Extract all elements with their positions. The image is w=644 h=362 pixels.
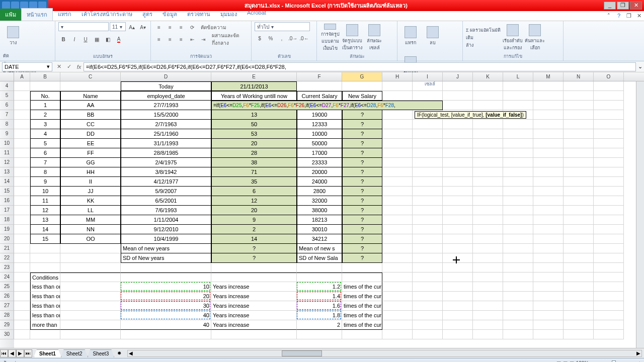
- cell-C29[interactable]: [60, 320, 121, 330]
- cell-D23[interactable]: [121, 263, 211, 273]
- cell-B25[interactable]: less than or equal: [30, 282, 60, 292]
- cell-D15[interactable]: 5/9/2007: [121, 187, 211, 196]
- cell-H16[interactable]: [382, 196, 413, 206]
- currency-icon[interactable]: $: [255, 33, 265, 43]
- cell-L17[interactable]: [503, 206, 533, 215]
- cell-D4[interactable]: Today: [121, 81, 211, 91]
- cell-O30[interactable]: [594, 330, 624, 339]
- cell-M17[interactable]: [533, 206, 564, 215]
- cell-F10[interactable]: 50000: [297, 139, 342, 148]
- cell-G17[interactable]: ?: [342, 206, 382, 215]
- cell-D20[interactable]: 10/4/1999: [121, 234, 211, 244]
- name-box[interactable]: DATE▾: [2, 62, 52, 71]
- cell-N6[interactable]: [564, 101, 594, 110]
- cell-N24[interactable]: [564, 273, 594, 282]
- number-format-select[interactable]: ทั่วไป▾: [255, 22, 310, 31]
- cell-H22[interactable]: [382, 253, 413, 263]
- cell-L24[interactable]: [503, 273, 533, 282]
- cell-J10[interactable]: [443, 139, 473, 148]
- cell-H14[interactable]: [382, 177, 413, 187]
- align-bot-icon[interactable]: ≡: [176, 22, 186, 32]
- tab-nav-next-icon[interactable]: ▶: [16, 349, 24, 357]
- cell-O27[interactable]: [594, 301, 624, 311]
- cell-M25[interactable]: [533, 282, 564, 292]
- cell-L18[interactable]: [503, 215, 533, 225]
- cell-C12[interactable]: GG: [60, 158, 121, 167]
- help-icon[interactable]: ?: [614, 11, 624, 21]
- col-header-E[interactable]: E: [211, 72, 297, 81]
- cell-G7[interactable]: ?: [342, 110, 382, 120]
- cell-I15[interactable]: [413, 187, 443, 196]
- ribbon-tab-ตรวจทาน[interactable]: ตรวจทาน: [182, 8, 215, 21]
- cell-I28[interactable]: [413, 311, 443, 320]
- cell-D16[interactable]: 6/5/2001: [121, 196, 211, 206]
- cell-I20[interactable]: [413, 234, 443, 244]
- cell-F18[interactable]: 18213: [297, 215, 342, 225]
- cell-N9[interactable]: [564, 129, 594, 139]
- col-header-N[interactable]: N: [564, 72, 594, 81]
- cell-K26[interactable]: [473, 292, 503, 301]
- cell-M20[interactable]: [533, 234, 564, 244]
- cell-C25[interactable]: [60, 282, 121, 292]
- row-header-7[interactable]: 7: [0, 110, 14, 120]
- expand-formula-icon[interactable]: ⌄: [636, 63, 644, 70]
- cell-N26[interactable]: [564, 292, 594, 301]
- cell-I18[interactable]: [413, 215, 443, 225]
- cell-M19[interactable]: [533, 225, 564, 234]
- cell-G13[interactable]: ?: [342, 167, 382, 177]
- cell-M13[interactable]: [533, 167, 564, 177]
- sheet-tab-Sheet1[interactable]: Sheet1: [34, 349, 61, 357]
- cell-C28[interactable]: [60, 311, 121, 320]
- cell-N14[interactable]: [564, 177, 594, 187]
- cell-J12[interactable]: [443, 158, 473, 167]
- bold-button[interactable]: B: [58, 34, 68, 44]
- ribbon-minimize-icon[interactable]: ˄: [604, 11, 614, 21]
- col-header-F[interactable]: F: [297, 72, 342, 81]
- cell-J18[interactable]: [443, 215, 473, 225]
- cell-O23[interactable]: [594, 263, 624, 273]
- cancel-formula-icon[interactable]: ✕: [54, 62, 63, 71]
- col-header-O[interactable]: O: [594, 72, 624, 81]
- cell-M27[interactable]: [533, 301, 564, 311]
- cell-H4[interactable]: [382, 81, 413, 91]
- cell-K11[interactable]: [473, 148, 503, 158]
- decrease-font-icon[interactable]: A▾: [138, 22, 148, 32]
- cell-J14[interactable]: [443, 177, 473, 187]
- cell-B23[interactable]: [30, 263, 60, 273]
- cell-B14[interactable]: 9: [30, 177, 60, 187]
- fx-icon[interactable]: fx: [74, 62, 84, 71]
- cell-D18[interactable]: 1/11/2004: [121, 215, 211, 225]
- cell-D19[interactable]: 9/12/2010: [121, 225, 211, 234]
- cell-A27[interactable]: [14, 301, 30, 311]
- cell-B10[interactable]: 5: [30, 139, 60, 148]
- cell-N4[interactable]: [564, 81, 594, 91]
- cell-L16[interactable]: [503, 196, 533, 206]
- cell-F24[interactable]: [297, 273, 342, 282]
- cell-H26[interactable]: [382, 292, 413, 301]
- window-restore-icon[interactable]: ❐: [624, 11, 634, 21]
- cell-E24[interactable]: [211, 273, 297, 282]
- row-header-24[interactable]: 24: [0, 273, 14, 282]
- cell-K15[interactable]: [473, 187, 503, 196]
- cell-L4[interactable]: [503, 81, 533, 91]
- cell-E25[interactable]: Years increase: [211, 282, 297, 292]
- cell-E28[interactable]: Years increase: [211, 311, 297, 320]
- cell-F5[interactable]: Current Salary: [297, 91, 342, 101]
- cell-L6[interactable]: [503, 101, 533, 110]
- delete-cells-button[interactable]: ลบ: [423, 22, 443, 50]
- cell-L19[interactable]: [503, 225, 533, 234]
- horizontal-scrollbar[interactable]: ◀▶: [127, 350, 642, 357]
- cell-G15[interactable]: ?: [342, 187, 382, 196]
- align-center-icon[interactable]: ≡: [165, 34, 175, 44]
- cell-G5[interactable]: New Salary: [342, 91, 382, 101]
- cell-A8[interactable]: [14, 120, 30, 129]
- font-family-select[interactable]: ▾: [58, 22, 109, 31]
- underline-button[interactable]: U: [80, 34, 91, 44]
- cell-B4[interactable]: [30, 81, 60, 91]
- cell-F28[interactable]: 1.8: [297, 311, 342, 320]
- cell-B7[interactable]: 2: [30, 110, 60, 120]
- orientation-icon[interactable]: ⟳: [187, 22, 197, 32]
- cell-J9[interactable]: [443, 129, 473, 139]
- indent-inc-icon[interactable]: ⇥: [198, 34, 208, 44]
- cell-K19[interactable]: [473, 225, 503, 234]
